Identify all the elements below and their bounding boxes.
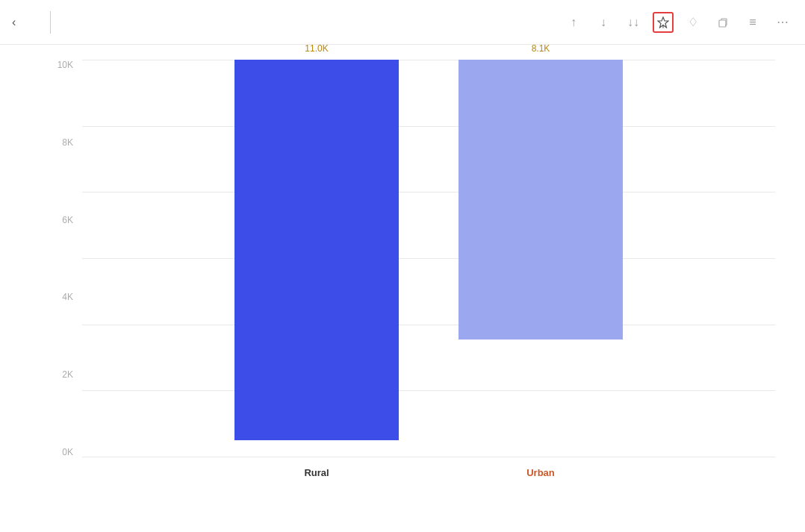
y-label-4k: 4K <box>62 292 73 302</box>
bar-rural[interactable] <box>234 60 399 440</box>
filter-icon[interactable]: ≡ <box>742 12 763 33</box>
chart-main: 11.0K 8.1K Rural Urban <box>82 60 775 487</box>
sort-desc-icon[interactable]: ↓ <box>593 12 614 33</box>
x-label-group-rural: Rural <box>234 466 399 479</box>
sort-asc-icon[interactable]: ↑ <box>563 12 584 33</box>
bar-group-rural: 11.0K <box>234 60 399 457</box>
copy-icon[interactable] <box>712 12 733 33</box>
back-to-report-link[interactable]: ‹ <box>12 16 35 29</box>
x-label-rural: Rural <box>304 467 329 478</box>
chevron-left-icon: ‹ <box>12 16 16 29</box>
chart-area: 10K 8K 6K 4K 2K 0K 11.0K 8.1K <box>0 45 805 532</box>
y-axis: 10K 8K 6K 4K 2K 0K <box>45 60 82 487</box>
bar-urban[interactable] <box>459 60 623 339</box>
header-left: ‹ <box>12 11 75 34</box>
y-label-6k: 6K <box>62 215 73 225</box>
header: ‹ ↑ ↓ ↓↓ ♢ ≡ ⋯ <box>0 0 805 45</box>
sort-desc-double-icon[interactable]: ↓↓ <box>623 12 644 33</box>
bar-group-urban: 8.1K <box>459 60 623 457</box>
y-label-10k: 10K <box>58 60 73 70</box>
pin-icon[interactable] <box>653 12 674 33</box>
header-divider <box>50 11 51 34</box>
bar-value-urban: 8.1K <box>532 43 550 54</box>
bar-value-rural: 11.0K <box>305 43 328 54</box>
x-labels: Rural Urban <box>82 457 775 487</box>
x-label-group-urban: Urban <box>459 466 623 479</box>
toolbar-icons: ↑ ↓ ↓↓ ♢ ≡ ⋯ <box>563 12 793 33</box>
y-label-0k: 0K <box>62 447 73 457</box>
y-label-8k: 8K <box>62 137 73 148</box>
svg-rect-1 <box>719 20 726 27</box>
x-label-urban: Urban <box>526 467 555 478</box>
y-label-2k: 2K <box>62 369 73 380</box>
bars-container: 11.0K 8.1K <box>82 60 775 457</box>
bookmark-icon[interactable]: ♢ <box>683 12 703 33</box>
more-options-icon[interactable]: ⋯ <box>772 12 793 33</box>
